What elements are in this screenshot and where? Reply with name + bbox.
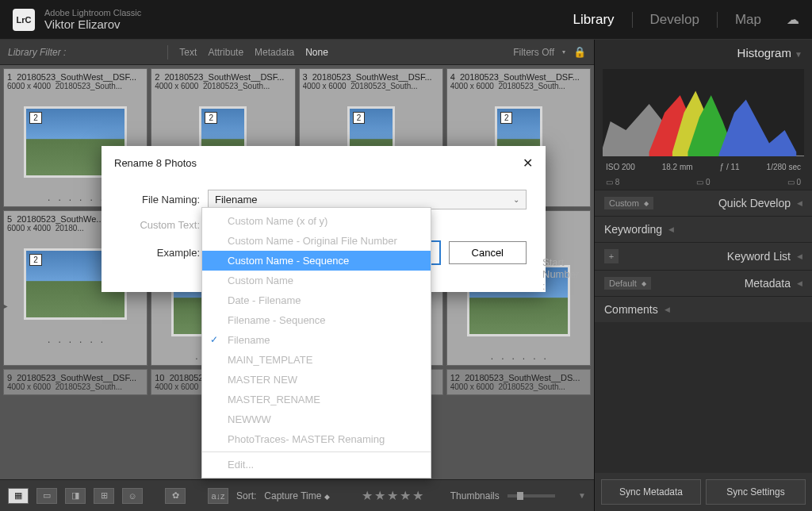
file-naming-dropdown: Custom Name (x of y)Custom Name - Origin…	[201, 207, 431, 478]
tab-library[interactable]: Library	[569, 9, 619, 31]
sort-value[interactable]: Capture Time ◆	[264, 490, 329, 501]
filter-none[interactable]: None	[305, 47, 328, 58]
filter-attribute[interactable]: Attribute	[208, 47, 243, 58]
histogram[interactable]	[603, 69, 804, 156]
thumbnails-label: Thumbnails	[450, 490, 500, 501]
dropdown-item[interactable]: Custom Name - Sequence	[202, 251, 431, 271]
chevron-down-icon: ⌄	[513, 195, 519, 204]
tab-develop[interactable]: Develop	[645, 9, 704, 31]
keyword-list-panel[interactable]: + Keyword List◀	[595, 242, 812, 270]
dropdown-item[interactable]: MAIN_TEMPLATE	[202, 350, 431, 370]
missing-count: ▭ 0	[787, 178, 801, 186]
file-naming-label: File Naming:	[121, 194, 200, 206]
dropdown-item[interactable]: NEWWW	[202, 409, 431, 429]
filter-label: Library Filter :	[8, 47, 66, 58]
close-icon[interactable]: ✕	[523, 156, 533, 171]
custom-text-label: Custom Text:	[121, 219, 200, 231]
aperture: ƒ / 11	[720, 163, 740, 171]
loupe-view-icon[interactable]: ▭	[36, 488, 57, 504]
spray-icon[interactable]: ✿	[165, 488, 186, 504]
filter-metadata[interactable]: Metadata	[255, 47, 294, 58]
toolbar-menu-icon[interactable]: ▼	[578, 491, 586, 500]
lock-icon[interactable]: 🔒	[573, 46, 586, 58]
grid-view-icon[interactable]: ▦	[8, 488, 29, 504]
dropdown-item[interactable]: MASTER NEW	[202, 370, 431, 390]
check-icon: ✓	[210, 334, 218, 345]
grid-cell[interactable]: 12 20180523_SouthWest__DS... 4000 x 6000…	[446, 369, 591, 395]
smart-preview-count: ▭ 0	[696, 178, 710, 186]
app-name: Adobe Lightroom Classic	[44, 8, 141, 17]
right-panel: Histogram ▼ ISO 200 18.2 mm ƒ / 11 1/280…	[594, 40, 812, 511]
rating-stars[interactable]: ★★★★★	[362, 488, 425, 503]
add-keyword-icon[interactable]: +	[604, 249, 619, 263]
dropdown-item[interactable]: PhotoTraces- MASTER Renaming	[202, 429, 431, 449]
title-bar: LrC Adobe Lightroom Classic Viktor Eliza…	[0, 0, 812, 40]
iso-value: ISO 200	[606, 163, 635, 171]
user-name: Viktor Elizarov	[44, 17, 141, 31]
sort-direction-icon[interactable]: a↓z	[208, 488, 228, 504]
dropdown-item[interactable]: Custom Name - Original File Number	[202, 231, 431, 251]
dropdown-item[interactable]: Custom Name (x of y)	[202, 211, 431, 231]
sync-metadata-button[interactable]: Sync Metadata	[601, 479, 701, 505]
dropdown-item[interactable]: ✓Filename	[202, 330, 431, 350]
qd-preset-select[interactable]: Custom ◆	[604, 197, 653, 209]
quick-develop-panel[interactable]: Custom ◆ Quick Develop◀	[595, 190, 812, 216]
example-label: Example:	[121, 247, 200, 259]
filter-text[interactable]: Text	[179, 47, 197, 58]
cancel-button[interactable]: Cancel	[449, 241, 527, 264]
grid-cell[interactable]: 9 20180523_SouthWest__DSF... 4000 x 6000…	[3, 369, 147, 395]
people-view-icon[interactable]: ☺	[122, 488, 143, 504]
dropdown-item[interactable]: MASTER_RENAME	[202, 390, 431, 409]
stack-badge: 2	[29, 112, 42, 124]
metadata-panel[interactable]: Default ◆ Metadata◀	[595, 270, 812, 296]
grid-toolbar: ▦ ▭ ◨ ⊞ ☺ ✿ a↓z Sort: Capture Time ◆ ★★★…	[0, 479, 594, 511]
sync-settings-button[interactable]: Sync Settings	[706, 479, 806, 505]
metadata-preset-select[interactable]: Default ◆	[604, 277, 651, 290]
histogram-header[interactable]: Histogram	[737, 46, 791, 60]
sort-label: Sort:	[236, 490, 256, 501]
start-number-label: Start Number :	[542, 256, 579, 292]
dropdown-item[interactable]: Filename - Sequence	[202, 310, 431, 330]
cloud-sync-icon[interactable]: ☁	[787, 12, 799, 27]
keywording-panel[interactable]: Keywording◀	[595, 216, 812, 242]
compare-view-icon[interactable]: ◨	[65, 488, 86, 504]
app-logo: LrC	[13, 9, 35, 31]
filters-off-toggle[interactable]: Filters Off	[513, 47, 554, 58]
tab-map[interactable]: Map	[730, 9, 766, 31]
shutter-speed: 1/280 sec	[767, 163, 801, 171]
separator	[717, 12, 718, 28]
comments-panel[interactable]: Comments◀	[595, 296, 812, 322]
separator	[632, 12, 633, 28]
library-filter-bar: Library Filter : Text Attribute Metadata…	[0, 40, 594, 65]
left-panel-toggle-icon[interactable]: ▶	[2, 302, 8, 310]
focal-length: 18.2 mm	[662, 163, 693, 171]
dropdown-item[interactable]: Date - Filename	[202, 290, 431, 310]
dropdown-item[interactable]: Custom Name	[202, 271, 431, 290]
dialog-title: Rename 8 Photos	[114, 157, 197, 169]
dropdown-edit[interactable]: Edit...	[202, 455, 431, 474]
survey-view-icon[interactable]: ⊞	[94, 488, 114, 504]
original-count: ▭ 8	[606, 178, 619, 186]
thumbnail-size-slider[interactable]	[508, 494, 555, 498]
